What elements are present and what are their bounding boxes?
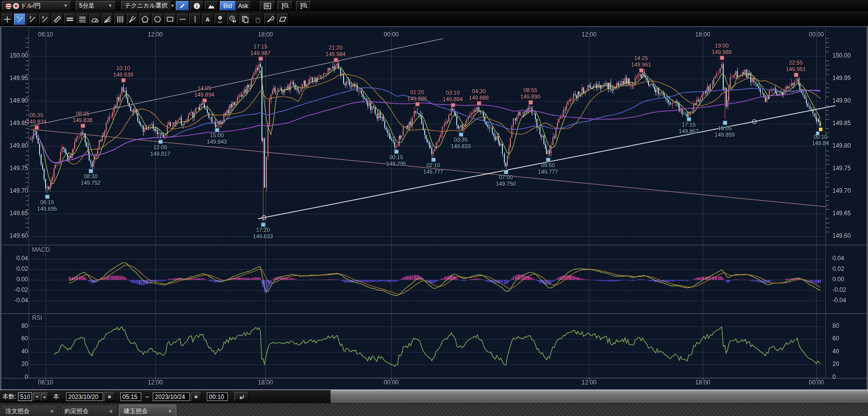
bar-count-up-button[interactable]: ▲ [41, 392, 48, 401]
spinner-up-icon: ▲ [43, 395, 46, 398]
pentagon-icon [141, 15, 149, 24]
settings-tool[interactable] [264, 14, 276, 25]
svg-text:i: i [196, 4, 198, 9]
parallel-lines-icon [66, 15, 74, 24]
zoom-out-button[interactable] [277, 1, 293, 11]
crosshair-icon [3, 15, 12, 24]
calendar-icon [194, 393, 198, 400]
time-zones-tool[interactable] [114, 14, 126, 25]
ellipse-icon [153, 15, 162, 24]
fibonacci-arc-icon [91, 15, 99, 24]
bar-unit-label: 本 [53, 392, 59, 401]
drag-hand-tool[interactable] [252, 14, 263, 25]
macd-pane[interactable] [29, 245, 825, 313]
zoom-in-icon [300, 2, 308, 10]
gann-fan-tool[interactable] [127, 14, 138, 25]
svg-text:icon: icon [218, 21, 222, 23]
vertical-line-icon [191, 15, 199, 24]
text-icon: A [203, 15, 212, 24]
trendline-2-icon: 2 [28, 15, 37, 24]
pair-selector[interactable]: ドル/円 ▼ [2, 1, 71, 11]
bid-button[interactable]: Bid [220, 1, 235, 11]
range-separator: ~ [145, 393, 149, 400]
multi-lines-tool[interactable] [77, 14, 88, 25]
time-to-input[interactable] [207, 392, 228, 401]
fibonacci-arc-tool[interactable] [89, 14, 101, 25]
tab-label: 約定照会 [65, 407, 102, 415]
top-toolbar: ドル/円 ▼ 5分足 ▼ テクニカル選択 ▼ i Bid Ask [0, 0, 868, 12]
draw-mode-button[interactable] [176, 1, 189, 11]
crosshair-tool[interactable] [2, 14, 13, 25]
trendline-3-icon: 3 [41, 15, 49, 24]
date-from-input[interactable] [66, 392, 103, 401]
chart-style-button[interactable] [205, 1, 218, 11]
pencil-icon [178, 2, 186, 10]
tab-label: 注文照会 [6, 407, 43, 415]
horizontal-line-tool[interactable] [177, 14, 188, 25]
calendar-icon [108, 393, 111, 400]
zoom-in-button[interactable] [296, 1, 311, 11]
text-tool[interactable]: A [202, 14, 213, 25]
close-icon[interactable]: × [109, 408, 113, 415]
pair-label: ドル/円 [21, 2, 61, 10]
timeframe-selector[interactable]: 5分足 ▼ [76, 1, 116, 11]
main-chart-pane[interactable] [29, 28, 825, 245]
trendline-1-icon: 1 [16, 15, 24, 24]
bar-count-down-button[interactable]: ▼ [33, 392, 41, 401]
bar-count-input[interactable] [18, 392, 32, 401]
ask-button[interactable]: Ask [235, 1, 251, 11]
copy-icon [241, 15, 249, 24]
rsi-pane[interactable] [29, 314, 825, 378]
smiley-icon: icon [216, 15, 224, 24]
trendline-3-tool[interactable]: 3 [39, 14, 51, 25]
us-flag-icon [6, 3, 12, 9]
info-button[interactable]: i [190, 1, 203, 11]
rectangle-tool[interactable] [164, 14, 176, 25]
hand-icon [253, 15, 262, 24]
ruler-tool[interactable] [52, 14, 63, 25]
technical-select-button[interactable]: テクニカル選択 ▼ [121, 1, 171, 11]
trendline-1-tool[interactable]: 1 [14, 14, 26, 25]
zoom-out-icon [281, 2, 289, 10]
ruler-icon [53, 15, 62, 24]
drawing-toolbar: 123Aicon [0, 12, 868, 27]
close-icon[interactable]: × [50, 408, 54, 415]
chevron-down-icon: ▼ [170, 4, 174, 8]
tab-1[interactable]: 注文照会× [1, 404, 58, 416]
timeframe-label: 5分足 [79, 2, 105, 10]
tab-3[interactable]: 建玉照会× [119, 404, 176, 416]
eraser-tool[interactable] [277, 14, 288, 25]
gann-fan-icon [128, 15, 137, 24]
svg-text:A: A [205, 16, 210, 23]
tab-label: 建玉照会 [124, 407, 161, 415]
fibonacci-fan-tool[interactable] [102, 14, 113, 25]
icon-stamp-tool[interactable]: icon [214, 14, 226, 25]
candle-type-button[interactable] [260, 1, 275, 11]
close-icon[interactable]: × [168, 408, 172, 415]
tab-2[interactable]: 約定照会× [60, 404, 117, 416]
info-icon: i [193, 2, 201, 10]
date-from-calendar-button[interactable] [104, 392, 115, 401]
range-controls: 本数: ▼ ▲ 本 ~ [0, 390, 331, 403]
copy-tool[interactable] [239, 14, 251, 25]
horizontal-line-icon [178, 15, 187, 24]
time-from-input[interactable] [120, 392, 141, 401]
parallel-lines-tool[interactable] [64, 14, 76, 25]
trendline-2-tool[interactable]: 2 [27, 14, 38, 25]
history-revert-tool[interactable] [227, 14, 238, 25]
clock-arrow-icon [228, 15, 237, 24]
ellipse-tool[interactable] [152, 14, 163, 25]
technical-select-label: テクニカル選択 [125, 2, 167, 10]
eraser-icon [278, 15, 287, 24]
apply-range-button[interactable] [234, 392, 248, 401]
time-zones-icon [116, 15, 124, 24]
svg-text:3: 3 [42, 16, 44, 19]
date-to-calendar-button[interactable] [191, 392, 201, 401]
return-arrow-icon [238, 393, 245, 401]
date-to-input[interactable] [153, 392, 190, 401]
range-toolbar: 本数: ▼ ▲ 本 ~ [0, 389, 868, 403]
chevron-down-icon: ▼ [108, 4, 112, 8]
vertical-line-tool[interactable] [189, 14, 201, 25]
pentagon-tool[interactable] [139, 14, 151, 25]
candlestick-icon [263, 2, 271, 10]
